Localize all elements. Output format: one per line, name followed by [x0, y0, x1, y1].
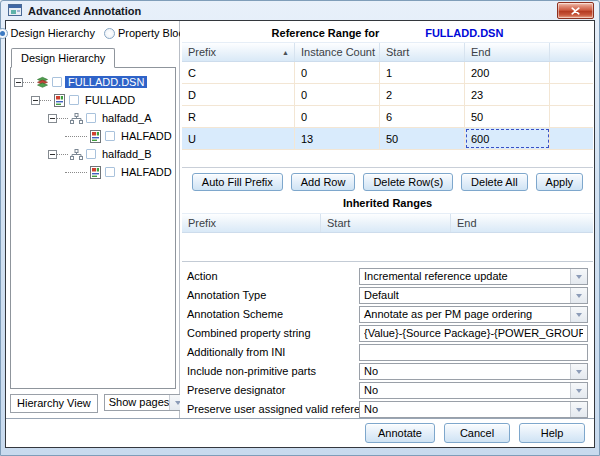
- additionally-from-ini-input[interactable]: [359, 344, 588, 361]
- hierarchy-view-select[interactable]: Show pages: [104, 394, 188, 411]
- reference-table-row[interactable]: U 13 50 600: [182, 128, 593, 150]
- tree-item[interactable]: halfadd_B: [11, 145, 175, 163]
- combined-property-string-input[interactable]: [359, 325, 588, 342]
- tree-item-checkbox[interactable]: [52, 77, 62, 87]
- tree-item[interactable]: halfadd_A: [11, 109, 175, 127]
- tree-item-checkbox[interactable]: [105, 131, 115, 141]
- tree-item-checkbox[interactable]: [105, 167, 115, 177]
- cell-prefix[interactable]: C: [182, 62, 295, 83]
- hierarchy-view-row: Hierarchy View Show pages: [10, 394, 176, 413]
- annotation-scheme-row: Annotation Scheme Annotate as per PM pag…: [185, 306, 588, 322]
- radio-design-hierarchy-label: Design Hierarchy: [11, 27, 95, 39]
- column-header-end[interactable]: End: [465, 43, 550, 61]
- cell-start[interactable]: 2: [380, 84, 465, 105]
- annotate-button[interactable]: Annotate: [365, 423, 435, 443]
- action-select[interactable]: Incremental reference update: [359, 268, 588, 285]
- reference-table-header: Prefix ▲ Instance Count Start End: [182, 42, 593, 62]
- apply-button[interactable]: Apply: [536, 173, 584, 191]
- expand-collapse-icon[interactable]: [48, 114, 57, 123]
- form-field-label: Action: [185, 270, 359, 282]
- help-button[interactable]: Help: [519, 423, 585, 443]
- column-header-instance-count[interactable]: Instance Count: [295, 43, 380, 61]
- chevron-down-icon: [570, 364, 587, 379]
- range-buttons-row: Auto Fill Prefix Add Row Delete Row(s) D…: [182, 168, 593, 195]
- annotation-scheme-select[interactable]: Annotate as per PM page ordering: [359, 306, 588, 323]
- chevron-down-icon: [570, 307, 587, 322]
- form-field-label: Annotation Type: [185, 289, 359, 301]
- cell-instance-count[interactable]: 0: [295, 84, 380, 105]
- cell-end[interactable]: 23: [465, 84, 550, 105]
- dialog-footer: Annotate Cancel Help: [6, 418, 594, 447]
- tree-item[interactable]: FULLADD: [11, 91, 175, 109]
- cell-end[interactable]: 600: [465, 128, 550, 149]
- annotation-type-select[interactable]: Default: [359, 287, 588, 304]
- hierarchy-icon: [68, 147, 84, 161]
- dialog-body: Design Hierarchy Property Block Design H…: [5, 20, 595, 448]
- column-header-prefix[interactable]: Prefix ▲: [182, 43, 295, 61]
- cell-instance-count[interactable]: 0: [295, 106, 380, 127]
- page-icon: [87, 165, 103, 179]
- form-field-label: Annotation Scheme: [185, 308, 359, 320]
- tree-connector: [57, 154, 68, 155]
- tree-connector: [23, 82, 34, 83]
- tree-item[interactable]: FULLADD.DSN: [11, 73, 175, 91]
- advanced-annotation-dialog: Advanced Annotation Design Hierarchy Pro…: [0, 0, 600, 456]
- add-row-button[interactable]: Add Row: [291, 173, 356, 191]
- preserve-designator-select[interactable]: No: [359, 382, 588, 399]
- tree-item-checkbox[interactable]: [86, 149, 96, 159]
- expand-collapse-icon[interactable]: [14, 78, 23, 87]
- hierarchy-view-label: Hierarchy View: [10, 394, 98, 413]
- preserve-user-assigned-valid-references-row: Preserve user assigned valid references …: [185, 401, 588, 417]
- combo-value: Default: [360, 288, 570, 303]
- form-field-label: Preserve user assigned valid references: [185, 403, 359, 415]
- tree-item-label: HALFADD: [118, 166, 175, 178]
- expand-collapse-icon[interactable]: [48, 150, 57, 159]
- tab-design-hierarchy[interactable]: Design Hierarchy: [11, 48, 115, 68]
- inherited-column-prefix[interactable]: Prefix: [182, 214, 321, 232]
- radio-property-block-label: Property Block: [118, 27, 190, 39]
- tree-connector: [65, 172, 87, 173]
- close-button[interactable]: [557, 2, 594, 19]
- delete-rows-button[interactable]: Delete Row(s): [363, 173, 453, 191]
- combined-property-string-row: Combined property string: [185, 325, 588, 341]
- radio-design-hierarchy[interactable]: Design Hierarchy: [0, 27, 95, 39]
- form-field-label: Combined property string: [185, 327, 359, 339]
- cell-prefix[interactable]: U: [182, 128, 295, 149]
- reference-table-row[interactable]: C 0 1 200: [182, 62, 593, 84]
- column-header-start[interactable]: Start: [380, 43, 465, 61]
- cell-end[interactable]: 50: [465, 106, 550, 127]
- reference-range-title: Reference Range for: [272, 27, 380, 39]
- radio-property-block[interactable]: Property Block: [104, 27, 190, 39]
- preserve-user-assigned-valid-references-select[interactable]: No: [359, 401, 588, 418]
- hierarchy-view-value: Show pages: [105, 395, 170, 410]
- cell-start[interactable]: 1: [380, 62, 465, 83]
- cell-prefix[interactable]: D: [182, 84, 295, 105]
- reference-table-row[interactable]: R 0 6 50: [182, 106, 593, 128]
- auto-fill-prefix-button[interactable]: Auto Fill Prefix: [192, 173, 283, 191]
- close-icon: [571, 7, 580, 15]
- delete-all-button[interactable]: Delete All: [461, 173, 527, 191]
- tree-item[interactable]: HALFADD: [11, 127, 175, 145]
- reference-table-row[interactable]: D 0 2 23: [182, 84, 593, 106]
- include-non-primitive-parts-select[interactable]: No: [359, 363, 588, 380]
- cell-start[interactable]: 50: [380, 128, 465, 149]
- cell-end[interactable]: 200: [465, 62, 550, 83]
- cell-start[interactable]: 6: [380, 106, 465, 127]
- cell-instance-count[interactable]: 0: [295, 62, 380, 83]
- expand-collapse-icon[interactable]: [31, 96, 40, 105]
- inherited-column-end[interactable]: End: [451, 214, 593, 232]
- tree-item-checkbox[interactable]: [69, 95, 79, 105]
- cell-instance-count[interactable]: 13: [295, 128, 380, 149]
- titlebar: Advanced Annotation: [1, 1, 599, 20]
- cancel-button[interactable]: Cancel: [444, 423, 510, 443]
- combo-value: No: [360, 383, 570, 398]
- design-hierarchy-panel: Design Hierarchy Property Block Design H…: [6, 21, 180, 418]
- tree-item-checkbox[interactable]: [86, 113, 96, 123]
- tree-item-label: FULLADD.DSN: [65, 76, 147, 88]
- design-icon: [34, 75, 50, 89]
- tree-item[interactable]: HALFADD: [11, 163, 175, 181]
- reference-table-body: C 0 1 200 D 0 2 23 R 0 6 50 U 13 50 600: [182, 62, 593, 150]
- reference-range-header: Reference Range for FULLADD.DSN: [182, 23, 593, 42]
- inherited-column-start[interactable]: Start: [321, 214, 451, 232]
- cell-prefix[interactable]: R: [182, 106, 295, 127]
